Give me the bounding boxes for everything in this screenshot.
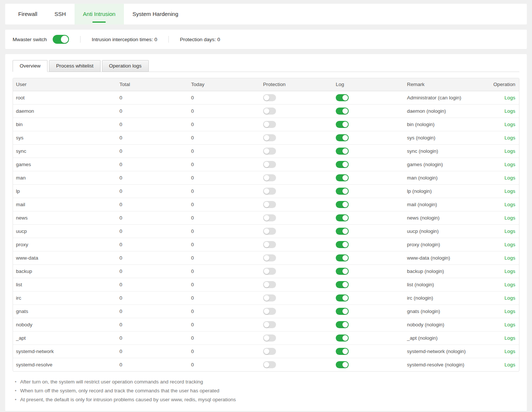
today-cell: 0: [188, 304, 260, 318]
user-cell: systemd-network: [13, 345, 116, 358]
note-item: •When turn off the system, only record a…: [15, 386, 519, 395]
log-toggle[interactable]: [336, 174, 349, 181]
logs-link[interactable]: Logs: [505, 295, 515, 301]
logs-link[interactable]: Logs: [505, 349, 515, 354]
logs-link[interactable]: Logs: [505, 282, 515, 287]
toggle-knob: [342, 349, 348, 354]
log-cell: [333, 198, 404, 211]
today-cell: 0: [188, 131, 260, 144]
logs-link[interactable]: Logs: [505, 135, 515, 141]
log-toggle[interactable]: [336, 361, 349, 368]
protection-cell: [260, 211, 333, 224]
protection-toggle[interactable]: [263, 268, 276, 275]
logs-link[interactable]: Logs: [505, 309, 515, 314]
operation-cell: Logs: [478, 91, 519, 104]
logs-link[interactable]: Logs: [505, 362, 515, 367]
tab-ssh[interactable]: SSH: [46, 4, 75, 24]
logs-link[interactable]: Logs: [505, 162, 515, 167]
user-cell: systemd-resolve: [13, 358, 116, 371]
log-toggle[interactable]: [336, 161, 349, 168]
logs-link[interactable]: Logs: [505, 122, 515, 127]
protection-toggle[interactable]: [263, 161, 276, 168]
toggle-knob: [264, 202, 269, 207]
log-toggle[interactable]: [336, 334, 349, 342]
subtab-operation-logs[interactable]: Operation logs: [102, 60, 149, 72]
toggle-knob: [342, 282, 348, 287]
toggle-knob: [342, 95, 348, 100]
log-cell: [333, 331, 404, 345]
log-toggle[interactable]: [336, 348, 349, 355]
logs-link[interactable]: Logs: [505, 255, 515, 261]
protection-toggle[interactable]: [263, 188, 276, 195]
protection-toggle[interactable]: [263, 334, 276, 342]
user-cell: sync: [13, 144, 116, 158]
logs-link[interactable]: Logs: [505, 202, 515, 207]
protection-toggle[interactable]: [263, 174, 276, 181]
log-toggle[interactable]: [336, 214, 349, 221]
toggle-knob: [342, 175, 348, 181]
log-toggle[interactable]: [336, 268, 349, 275]
log-toggle[interactable]: [336, 201, 349, 208]
log-toggle[interactable]: [336, 121, 349, 128]
tab-firewall[interactable]: Firewall: [10, 4, 46, 24]
log-toggle[interactable]: [336, 241, 349, 248]
operation-cell: Logs: [478, 211, 519, 224]
protection-toggle[interactable]: [263, 108, 276, 115]
logs-link[interactable]: Logs: [505, 228, 515, 234]
subtab-process-whitelist[interactable]: Process whitelist: [49, 60, 101, 72]
user-cell: daemon: [13, 104, 116, 118]
logs-link[interactable]: Logs: [505, 175, 515, 181]
protection-toggle[interactable]: [263, 254, 276, 261]
log-toggle[interactable]: [336, 228, 349, 235]
log-toggle[interactable]: [336, 108, 349, 115]
protection-toggle[interactable]: [263, 241, 276, 248]
table-row: irc00irc (nologin)Logs: [13, 291, 519, 304]
protection-toggle[interactable]: [263, 281, 276, 288]
bullet-icon: •: [15, 388, 16, 393]
protection-toggle[interactable]: [263, 308, 276, 315]
log-toggle[interactable]: [336, 94, 349, 101]
sub-tab-bar: OverviewProcess whitelistOperation logs: [13, 60, 519, 72]
logs-link[interactable]: Logs: [505, 95, 515, 100]
logs-link[interactable]: Logs: [505, 215, 515, 221]
protection-toggle[interactable]: [263, 294, 276, 301]
logs-link[interactable]: Logs: [505, 108, 515, 114]
master-switch-toggle[interactable]: [53, 35, 69, 44]
total-cell: 0: [116, 184, 188, 198]
logs-link[interactable]: Logs: [505, 322, 515, 327]
toggle-knob: [342, 162, 348, 167]
total-cell: 0: [116, 104, 188, 118]
log-toggle[interactable]: [336, 134, 349, 141]
log-toggle[interactable]: [336, 254, 349, 261]
protection-toggle[interactable]: [263, 214, 276, 221]
logs-link[interactable]: Logs: [505, 335, 515, 341]
protection-toggle[interactable]: [263, 94, 276, 101]
log-toggle[interactable]: [336, 188, 349, 195]
logs-link[interactable]: Logs: [505, 148, 515, 154]
log-toggle[interactable]: [336, 308, 349, 315]
tab-anti-intrusion[interactable]: Anti Intrusion: [75, 4, 124, 24]
tab-system-hardening[interactable]: System Hardening: [124, 4, 187, 24]
table-row: games00games (nologin)Logs: [13, 158, 519, 171]
protection-toggle[interactable]: [263, 201, 276, 208]
subtab-overview[interactable]: Overview: [13, 60, 47, 72]
logs-link[interactable]: Logs: [505, 188, 515, 194]
protection-cell: [260, 158, 333, 171]
user-cell: news: [13, 211, 116, 224]
logs-link[interactable]: Logs: [505, 268, 515, 274]
logs-link[interactable]: Logs: [505, 242, 515, 247]
log-toggle[interactable]: [336, 321, 349, 328]
log-toggle[interactable]: [336, 148, 349, 155]
protection-toggle[interactable]: [263, 134, 276, 141]
protection-toggle[interactable]: [263, 361, 276, 368]
protection-toggle[interactable]: [263, 148, 276, 155]
protection-toggle[interactable]: [263, 321, 276, 328]
protection-toggle[interactable]: [263, 348, 276, 355]
protection-toggle[interactable]: [263, 228, 276, 235]
log-cell: [333, 144, 404, 158]
protection-toggle[interactable]: [263, 121, 276, 128]
log-toggle[interactable]: [336, 294, 349, 301]
protection-days-value: 0: [217, 37, 220, 42]
log-toggle[interactable]: [336, 281, 349, 288]
toggle-knob: [264, 148, 269, 154]
